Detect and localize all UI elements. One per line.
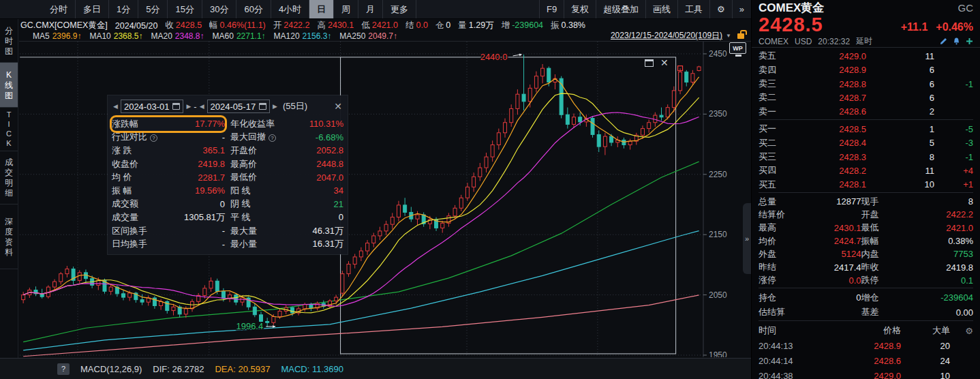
popup-row: 成交量1305.81万平 线0 xyxy=(108,211,348,224)
stat-row: 持仓0增仓-239604 xyxy=(759,290,973,305)
settings-gear-icon[interactable]: ⚙ xyxy=(709,0,732,18)
info-field: 低2421.0 xyxy=(361,20,398,31)
stat-label: 开盘 xyxy=(861,209,906,221)
tab-15分[interactable]: 15分 xyxy=(168,0,202,18)
interval-stats-window-icon[interactable] xyxy=(645,59,654,67)
calendar-icon[interactable] xyxy=(172,103,180,110)
book-divider xyxy=(759,119,973,120)
tape-col-price: 价格 xyxy=(820,324,901,337)
toolbar-button-复权[interactable]: 复权 xyxy=(564,0,596,18)
popup-stat-成交额: 成交额0 xyxy=(112,198,225,211)
popup-stat-日均换手: 日均换手- xyxy=(112,237,225,251)
prev-date-icon[interactable]: ◀ xyxy=(200,103,204,110)
tape-row[interactable]: 20:44:132428.920 xyxy=(759,338,973,353)
end-date-input[interactable]: 2024-05-17 xyxy=(207,100,271,113)
tab-更多[interactable]: 更多 xyxy=(383,0,416,18)
info-value: 0 xyxy=(446,20,450,30)
sidebar-item-tick[interactable]: TICK xyxy=(0,108,18,151)
stat-value: 2430.1 xyxy=(794,223,861,233)
book-row[interactable]: 买三2428.38-1 xyxy=(759,150,973,164)
date-range-selector[interactable]: 2023/12/15-2024/05/20(109日) ▼ xyxy=(611,30,744,42)
popup-stat-平 线: 平 线0 xyxy=(230,211,343,224)
symbol-label: GC.CMX[COMEX黄金] xyxy=(20,20,108,31)
stat-label: 年化收益率 xyxy=(230,118,288,130)
chevron-down-icon[interactable]: ▼ xyxy=(726,33,731,39)
toolbar-more-icon[interactable]: » xyxy=(732,0,751,18)
book-row[interactable]: 卖四2428.96 xyxy=(759,63,973,76)
add-plus-icon[interactable] xyxy=(966,37,973,45)
toolbar-button-F9[interactable]: F9 xyxy=(539,0,564,18)
popup-stat-年化收益率: 年化收益率110.31% xyxy=(230,117,343,131)
panel-collapse-handle[interactable]: » xyxy=(743,203,751,274)
prev-date-icon[interactable]: ◀ xyxy=(113,103,118,110)
tape-time: 20:44:38 xyxy=(759,371,820,379)
stats-divider xyxy=(759,192,973,193)
label: 振 xyxy=(551,20,560,30)
period-toolbar: 分时多日1分5分15分30分60分4小时日周月更多 F9复权超级叠加画线工具 ⚙… xyxy=(0,0,751,19)
tab-5分[interactable]: 5分 xyxy=(138,0,168,18)
book-row[interactable]: 卖三2428.86-1 xyxy=(759,77,973,91)
toolbar-button-超级叠加[interactable]: 超级叠加 xyxy=(596,0,645,18)
tab-4小时[interactable]: 4小时 xyxy=(271,0,309,18)
tape-row[interactable]: 20:44:382429.010 xyxy=(759,368,973,379)
book-row[interactable]: 卖二2428.76 xyxy=(759,91,973,104)
ma-label: MA10 xyxy=(89,31,110,41)
tab-1分[interactable]: 1分 xyxy=(109,0,138,18)
info-field: 量1.29万 xyxy=(458,20,493,31)
stat-row: 总量12877现手8 xyxy=(759,195,973,208)
instrument-code: GC xyxy=(958,2,974,14)
level-change: -1 xyxy=(934,152,973,162)
tab-日[interactable]: 日 xyxy=(309,0,334,18)
ma-item: MA2502049.7↑ xyxy=(339,31,397,41)
toolbar-button-工具[interactable]: 工具 xyxy=(677,0,709,18)
svg-text:2150: 2150 xyxy=(709,230,727,239)
book-row[interactable]: 卖五2429.011 xyxy=(759,49,973,63)
info-value: 1.29万 xyxy=(469,20,494,30)
unlock-icon[interactable] xyxy=(737,33,744,39)
close-popup-icon[interactable]: ✕ xyxy=(334,101,342,112)
book-row[interactable]: 卖一2428.62 xyxy=(759,105,973,119)
tape-gear-icon[interactable]: ⚙ xyxy=(950,326,973,336)
close-selection-icon[interactable]: ✕ xyxy=(660,58,669,67)
toolbar-button-画线[interactable]: 画线 xyxy=(645,0,677,18)
popup-row: 行业对比?-最大回撤?-6.68% xyxy=(108,131,348,145)
tab-周[interactable]: 周 xyxy=(334,0,358,18)
selection-box-tools: ✕ xyxy=(645,58,669,67)
tab-30分[interactable]: 30分 xyxy=(202,0,236,18)
popup-rows: 涨跌幅17.77%年化收益率110.31%行业对比?-最大回撤?-6.68%涨 … xyxy=(108,117,348,251)
popup-stat-开盘价: 开盘价2052.8 xyxy=(230,144,343,157)
level-price: 2428.1 xyxy=(790,179,866,190)
popup-stat-阳 线: 阳 线34 xyxy=(230,184,343,198)
ma-label: MA60 xyxy=(213,31,234,41)
label: 增 xyxy=(502,20,510,30)
macd-formula[interactable]: MACD(12,26,9) xyxy=(80,364,142,374)
sidebar-item-trade-detail[interactable]: 成交明细 xyxy=(0,151,18,204)
next-date-icon[interactable]: ▶ xyxy=(273,103,277,110)
tape-row[interactable]: 20:44:142428.624 xyxy=(759,353,973,368)
tab-多日[interactable]: 多日 xyxy=(76,0,109,18)
ma-item: MA602271.1↑ xyxy=(213,31,266,41)
start-date-input[interactable]: 2024-03-01 xyxy=(121,100,184,113)
tab-60分[interactable]: 60分 xyxy=(236,0,271,18)
tab-月[interactable]: 月 xyxy=(358,0,383,18)
edit-pencil-icon[interactable] xyxy=(940,37,947,45)
next-date-icon[interactable]: ▶ xyxy=(186,103,191,110)
calendar-icon[interactable] xyxy=(259,103,266,110)
alert-bell-icon[interactable] xyxy=(953,37,960,45)
sidebar-item-kline-chart[interactable]: K线图 xyxy=(0,63,18,108)
indicator-help-button[interactable]: ? xyxy=(57,363,70,375)
level-label: 卖三 xyxy=(759,78,790,90)
book-row[interactable]: 买五2428.110+1 xyxy=(759,178,973,192)
book-row[interactable]: 买一2428.51-5 xyxy=(759,122,973,136)
wp-monitor-badge[interactable]: WP xyxy=(729,42,747,59)
sidebar-item-minute-chart[interactable]: 分时图 xyxy=(0,19,18,63)
book-row[interactable]: 买四2428.211+4 xyxy=(759,164,973,177)
date-range-label[interactable]: 2023/12/15-2024/05/20(109日) xyxy=(611,30,722,42)
sidebar-item-depth-data[interactable]: 深度资料 xyxy=(0,204,18,269)
delay-label: 延时 xyxy=(856,35,872,47)
ma-value: 2049.7↑ xyxy=(368,31,397,41)
book-row[interactable]: 买二2428.45-3 xyxy=(759,136,973,149)
label: 图 xyxy=(5,47,13,55)
label: 时 xyxy=(5,37,13,45)
tab-分时[interactable]: 分时 xyxy=(42,0,76,18)
